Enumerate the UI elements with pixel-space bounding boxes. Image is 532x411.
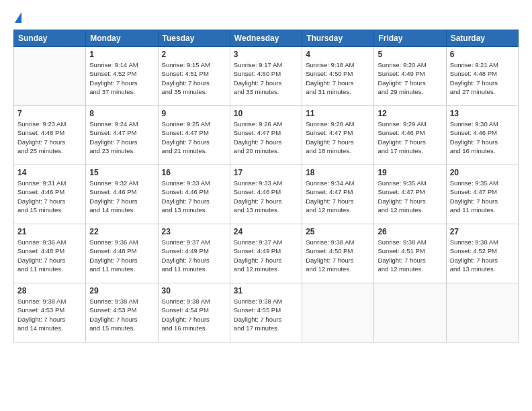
logo: [13, 12, 21, 24]
day-info: Sunrise: 9:25 AM Sunset: 4:47 PM Dayligh…: [162, 120, 226, 155]
day-info: Sunrise: 9:36 AM Sunset: 4:48 PM Dayligh…: [89, 238, 154, 273]
calendar-cell: 20Sunrise: 9:35 AM Sunset: 4:47 PM Dayli…: [446, 165, 518, 224]
day-info: Sunrise: 9:37 AM Sunset: 4:49 PM Dayligh…: [234, 238, 298, 273]
day-number: 27: [450, 227, 515, 236]
calendar-cell: 23Sunrise: 9:37 AM Sunset: 4:49 PM Dayli…: [158, 224, 230, 283]
calendar-cell: 21Sunrise: 9:36 AM Sunset: 4:48 PM Dayli…: [14, 224, 86, 283]
day-number: 20: [450, 168, 515, 177]
day-number: 3: [234, 50, 298, 59]
calendar-cell: 3Sunrise: 9:17 AM Sunset: 4:50 PM Daylig…: [230, 47, 302, 106]
day-info: Sunrise: 9:26 AM Sunset: 4:47 PM Dayligh…: [234, 120, 298, 155]
day-number: 24: [234, 227, 298, 236]
day-info: Sunrise: 9:35 AM Sunset: 4:47 PM Dayligh…: [450, 179, 515, 214]
calendar-cell: 24Sunrise: 9:37 AM Sunset: 4:49 PM Dayli…: [230, 224, 302, 283]
day-number: 23: [162, 227, 226, 236]
calendar-cell: 13Sunrise: 9:30 AM Sunset: 4:46 PM Dayli…: [446, 106, 518, 165]
calendar-cell: 15Sunrise: 9:32 AM Sunset: 4:46 PM Dayli…: [86, 165, 158, 224]
day-number: 21: [17, 227, 82, 236]
day-number: 1: [89, 50, 154, 59]
weekday-header-sunday: Sunday: [14, 30, 86, 47]
calendar-cell: 9Sunrise: 9:25 AM Sunset: 4:47 PM Daylig…: [158, 106, 230, 165]
day-number: 9: [162, 109, 226, 118]
calendar-header-row: SundayMondayTuesdayWednesdayThursdayFrid…: [14, 30, 519, 47]
calendar-cell: 25Sunrise: 9:38 AM Sunset: 4:50 PM Dayli…: [302, 224, 374, 283]
day-info: Sunrise: 9:38 AM Sunset: 4:55 PM Dayligh…: [234, 297, 298, 332]
day-info: Sunrise: 9:28 AM Sunset: 4:47 PM Dayligh…: [306, 120, 370, 155]
weekday-header-friday: Friday: [374, 30, 446, 47]
calendar-cell: [374, 283, 446, 342]
day-info: Sunrise: 9:30 AM Sunset: 4:46 PM Dayligh…: [450, 120, 515, 155]
day-number: 30: [162, 286, 226, 295]
day-info: Sunrise: 9:18 AM Sunset: 4:50 PM Dayligh…: [306, 60, 370, 96]
day-number: 14: [17, 168, 82, 177]
day-number: 6: [450, 50, 515, 59]
calendar-table: SundayMondayTuesdayWednesdayThursdayFrid…: [13, 30, 519, 342]
day-info: Sunrise: 9:17 AM Sunset: 4:50 PM Dayligh…: [234, 60, 298, 96]
day-number: 22: [89, 227, 154, 236]
day-info: Sunrise: 9:38 AM Sunset: 4:54 PM Dayligh…: [162, 297, 226, 332]
day-number: 11: [306, 109, 370, 118]
weekday-header-thursday: Thursday: [302, 30, 374, 47]
calendar-cell: 19Sunrise: 9:35 AM Sunset: 4:47 PM Dayli…: [374, 165, 446, 224]
weekday-header-tuesday: Tuesday: [158, 30, 230, 47]
day-number: 10: [234, 109, 298, 118]
weekday-header-monday: Monday: [86, 30, 158, 47]
day-info: Sunrise: 9:32 AM Sunset: 4:46 PM Dayligh…: [89, 179, 154, 214]
calendar-cell: 1Sunrise: 9:14 AM Sunset: 4:52 PM Daylig…: [86, 47, 158, 106]
day-info: Sunrise: 9:21 AM Sunset: 4:48 PM Dayligh…: [450, 60, 515, 96]
day-info: Sunrise: 9:37 AM Sunset: 4:49 PM Dayligh…: [162, 238, 226, 273]
calendar-cell: 11Sunrise: 9:28 AM Sunset: 4:47 PM Dayli…: [302, 106, 374, 165]
calendar-cell: 22Sunrise: 9:36 AM Sunset: 4:48 PM Dayli…: [86, 224, 158, 283]
calendar-cell: 5Sunrise: 9:20 AM Sunset: 4:49 PM Daylig…: [374, 47, 446, 106]
calendar-cell: 8Sunrise: 9:24 AM Sunset: 4:47 PM Daylig…: [86, 106, 158, 165]
calendar-cell: 27Sunrise: 9:38 AM Sunset: 4:52 PM Dayli…: [446, 224, 518, 283]
weekday-header-wednesday: Wednesday: [230, 30, 302, 47]
header: [13, 12, 519, 24]
calendar-cell: 4Sunrise: 9:18 AM Sunset: 4:50 PM Daylig…: [302, 47, 374, 106]
day-info: Sunrise: 9:20 AM Sunset: 4:49 PM Dayligh…: [378, 60, 442, 96]
day-number: 19: [378, 168, 442, 177]
day-info: Sunrise: 9:24 AM Sunset: 4:47 PM Dayligh…: [89, 120, 154, 155]
day-number: 28: [17, 286, 82, 295]
day-number: 18: [306, 168, 370, 177]
day-info: Sunrise: 9:38 AM Sunset: 4:53 PM Dayligh…: [89, 297, 154, 332]
calendar-cell: 30Sunrise: 9:38 AM Sunset: 4:54 PM Dayli…: [158, 283, 230, 342]
day-info: Sunrise: 9:14 AM Sunset: 4:52 PM Dayligh…: [89, 60, 154, 96]
calendar-week-1: 1Sunrise: 9:14 AM Sunset: 4:52 PM Daylig…: [14, 47, 519, 106]
calendar-week-5: 28Sunrise: 9:38 AM Sunset: 4:53 PM Dayli…: [14, 283, 519, 342]
calendar-cell: [14, 47, 86, 106]
day-info: Sunrise: 9:31 AM Sunset: 4:46 PM Dayligh…: [17, 179, 82, 214]
calendar-cell: 7Sunrise: 9:23 AM Sunset: 4:48 PM Daylig…: [14, 106, 86, 165]
day-info: Sunrise: 9:23 AM Sunset: 4:48 PM Dayligh…: [17, 120, 82, 155]
calendar-cell: 6Sunrise: 9:21 AM Sunset: 4:48 PM Daylig…: [446, 47, 518, 106]
day-number: 2: [162, 50, 226, 59]
calendar-cell: 12Sunrise: 9:29 AM Sunset: 4:46 PM Dayli…: [374, 106, 446, 165]
calendar-cell: 17Sunrise: 9:33 AM Sunset: 4:46 PM Dayli…: [230, 165, 302, 224]
calendar-cell: 29Sunrise: 9:38 AM Sunset: 4:53 PM Dayli…: [86, 283, 158, 342]
page: SundayMondayTuesdayWednesdayThursdayFrid…: [0, 0, 532, 411]
day-number: 26: [378, 227, 442, 236]
day-number: 7: [17, 109, 82, 118]
day-number: 12: [378, 109, 442, 118]
calendar-cell: [446, 283, 518, 342]
day-info: Sunrise: 9:33 AM Sunset: 4:46 PM Dayligh…: [162, 179, 226, 214]
day-info: Sunrise: 9:38 AM Sunset: 4:53 PM Dayligh…: [17, 297, 82, 332]
day-info: Sunrise: 9:38 AM Sunset: 4:52 PM Dayligh…: [450, 238, 515, 273]
calendar-cell: 26Sunrise: 9:38 AM Sunset: 4:51 PM Dayli…: [374, 224, 446, 283]
day-info: Sunrise: 9:38 AM Sunset: 4:51 PM Dayligh…: [378, 238, 442, 273]
calendar-cell: 28Sunrise: 9:38 AM Sunset: 4:53 PM Dayli…: [14, 283, 86, 342]
calendar-week-2: 7Sunrise: 9:23 AM Sunset: 4:48 PM Daylig…: [14, 106, 519, 165]
calendar-cell: 18Sunrise: 9:34 AM Sunset: 4:47 PM Dayli…: [302, 165, 374, 224]
day-info: Sunrise: 9:15 AM Sunset: 4:51 PM Dayligh…: [162, 60, 226, 96]
day-info: Sunrise: 9:36 AM Sunset: 4:48 PM Dayligh…: [17, 238, 82, 273]
day-info: Sunrise: 9:38 AM Sunset: 4:50 PM Dayligh…: [306, 238, 370, 273]
day-number: 15: [89, 168, 154, 177]
day-number: 8: [89, 109, 154, 118]
day-number: 4: [306, 50, 370, 59]
day-number: 25: [306, 227, 370, 236]
calendar-cell: 2Sunrise: 9:15 AM Sunset: 4:51 PM Daylig…: [158, 47, 230, 106]
day-number: 13: [450, 109, 515, 118]
day-info: Sunrise: 9:35 AM Sunset: 4:47 PM Dayligh…: [378, 179, 442, 214]
calendar-week-3: 14Sunrise: 9:31 AM Sunset: 4:46 PM Dayli…: [14, 165, 519, 224]
day-number: 17: [234, 168, 298, 177]
